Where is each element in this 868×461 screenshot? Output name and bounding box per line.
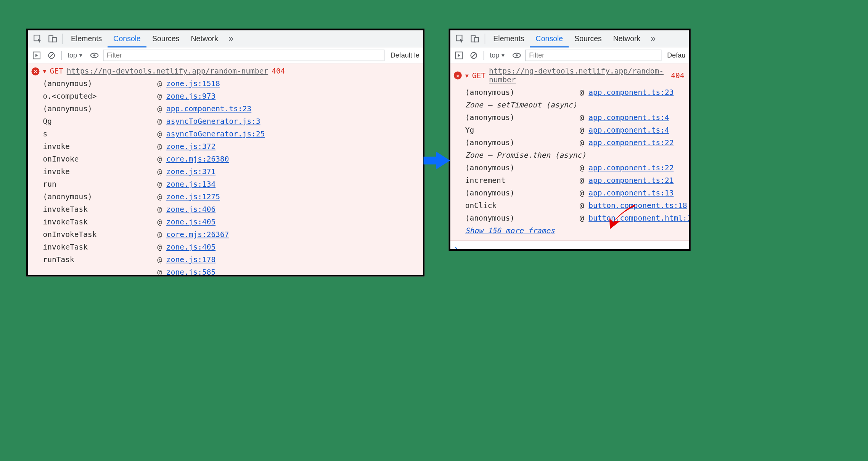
clear-console-icon[interactable] — [45, 49, 58, 61]
frame-function: invokeTask — [43, 241, 158, 254]
sidebar-toggle-icon[interactable] — [453, 49, 465, 61]
source-link[interactable]: zone.js:406 — [166, 205, 215, 213]
frame-function: (anonymous) — [465, 86, 580, 99]
source-link[interactable]: app.component.ts:22 — [588, 163, 674, 172]
source-link[interactable]: app.component.ts:13 — [588, 189, 674, 197]
tab-elements[interactable]: Elements — [487, 30, 530, 47]
red-arrow-annotation — [608, 204, 636, 230]
frame-location: @ app.component.ts:22 — [580, 162, 685, 174]
source-link[interactable]: app.component.ts:23 — [166, 104, 251, 113]
source-link[interactable]: core.mjs:26367 — [166, 230, 229, 239]
error-message-row: ✕ ▼ GET https://ng-devtools.netlify.app/… — [450, 66, 689, 86]
svg-rect-2 — [52, 37, 56, 42]
source-link[interactable]: button.component.ts:18 — [588, 201, 687, 210]
frame-function: Qg — [43, 115, 158, 128]
svg-point-7 — [93, 54, 95, 56]
filter-input[interactable] — [103, 50, 384, 61]
async-boundary-label: Zone — Promise.then (async) — [465, 149, 685, 162]
error-icon: ✕ — [32, 67, 40, 75]
show-more-frames-link[interactable]: Show 156 more frames — [465, 224, 685, 237]
source-link[interactable]: zone.js:1275 — [166, 192, 220, 201]
inspect-icon[interactable] — [31, 31, 45, 46]
tab-bar: Elements Console Sources Network » — [28, 30, 423, 47]
source-link[interactable]: app.component.ts:4 — [588, 126, 669, 134]
source-link[interactable]: zone.js:585 — [166, 268, 215, 276]
frame-location: @ zone.js:178 — [158, 254, 418, 266]
context-selector[interactable]: top ▼ — [487, 51, 508, 59]
source-link[interactable]: app.component.ts:22 — [588, 138, 674, 147]
source-link[interactable]: app.component.ts:23 — [588, 88, 674, 96]
live-expression-icon[interactable] — [510, 49, 523, 61]
frame-function: (anonymous) — [43, 78, 158, 90]
clear-console-icon[interactable] — [468, 49, 480, 61]
chevron-down-icon: ▼ — [500, 52, 505, 58]
console-prompt[interactable]: › — [450, 240, 689, 251]
frame-location: @ zone.js:973 — [158, 90, 418, 103]
frame-function: (anonymous) — [43, 191, 158, 203]
tab-sources[interactable]: Sources — [146, 30, 185, 47]
request-url[interactable]: https://ng-devtools.netlify.app/random-n… — [67, 67, 268, 75]
more-tabs-icon[interactable]: » — [646, 34, 660, 44]
source-link[interactable]: zone.js:371 — [166, 167, 215, 176]
http-status: 404 — [272, 67, 285, 75]
stack-frame: increment@ app.component.ts:21 — [465, 174, 685, 187]
stack-frame: o.<computed>@ zone.js:973 — [43, 90, 418, 103]
devtools-panel-after: Elements Console Sources Network » top ▼… — [448, 29, 691, 251]
source-link[interactable]: asyncToGenerator.js:25 — [166, 130, 265, 138]
frame-function: (anonymous) — [43, 103, 158, 115]
frame-location: @ core.mjs:26380 — [158, 153, 418, 166]
stack-frame: invokeTask@ zone.js:405 — [43, 216, 418, 229]
source-link[interactable]: zone.js:405 — [166, 218, 215, 226]
filter-input[interactable] — [525, 50, 662, 61]
device-toggle-icon[interactable] — [45, 31, 60, 46]
frame-function: (anonymous) — [465, 136, 580, 149]
prompt-chevron-icon: › — [455, 244, 458, 251]
stack-frame: (anonymous)@ app.component.ts:22 — [465, 162, 685, 174]
frame-location: @ zone.js:372 — [158, 141, 418, 153]
log-level-selector[interactable]: Default le — [387, 51, 423, 59]
console-toolbar: top ▼ Defau — [450, 47, 689, 63]
stack-frame: invoke@ zone.js:371 — [43, 166, 418, 178]
svg-line-5 — [49, 53, 53, 57]
console-output: ✕ ▼ GET https://ng-devtools.netlify.app/… — [450, 63, 689, 240]
live-expression-icon[interactable] — [88, 49, 100, 61]
sidebar-toggle-icon[interactable] — [31, 49, 43, 61]
http-method: GET — [50, 67, 63, 75]
more-tabs-icon[interactable]: » — [224, 34, 238, 44]
source-link[interactable]: app.component.ts:4 — [588, 113, 669, 122]
inspect-icon[interactable] — [453, 31, 468, 46]
frame-location: @ zone.js:405 — [158, 241, 418, 254]
disclosure-triangle-icon[interactable]: ▼ — [465, 72, 469, 78]
stack-frame: (anonymous)@ zone.js:1275 — [43, 191, 418, 203]
source-link[interactable]: zone.js:134 — [166, 180, 215, 188]
tab-console[interactable]: Console — [530, 30, 569, 47]
svg-line-13 — [472, 53, 476, 57]
stack-frame: s@ asyncToGenerator.js:25 — [43, 128, 418, 141]
context-selector[interactable]: top ▼ — [65, 51, 85, 59]
disclosure-triangle-icon[interactable]: ▼ — [43, 68, 47, 74]
separator — [484, 51, 484, 60]
source-link[interactable]: core.mjs:26380 — [166, 155, 229, 163]
stack-frame: onInvoke@ core.mjs:26380 — [43, 153, 418, 166]
log-level-selector[interactable]: Defau — [664, 51, 689, 59]
tab-network[interactable]: Network — [185, 30, 224, 47]
source-link[interactable]: asyncToGenerator.js:3 — [166, 117, 260, 125]
stack-frame: (anonymous)@ app.component.ts:23 — [43, 103, 418, 115]
tab-sources[interactable]: Sources — [569, 30, 608, 47]
source-link[interactable]: button.component.html:1 — [588, 214, 689, 222]
source-link[interactable]: zone.js:405 — [166, 243, 215, 251]
source-link[interactable]: app.component.ts:21 — [588, 176, 674, 184]
chevron-down-icon: ▼ — [78, 52, 83, 58]
source-link[interactable]: zone.js:973 — [166, 92, 215, 100]
stack-frame: runTask@ zone.js:178 — [43, 254, 418, 266]
source-link[interactable]: zone.js:372 — [166, 142, 215, 150]
tab-console[interactable]: Console — [108, 30, 146, 47]
tab-network[interactable]: Network — [608, 30, 646, 47]
source-link[interactable]: zone.js:1518 — [166, 79, 220, 88]
device-toggle-icon[interactable] — [468, 31, 482, 46]
request-url[interactable]: https://ng-devtools.netlify.app/random-n… — [489, 67, 667, 84]
frame-function: invoke — [43, 141, 158, 153]
tab-elements[interactable]: Elements — [65, 30, 108, 47]
stack-frame: invokeTask@ zone.js:405 — [43, 241, 418, 254]
source-link[interactable]: zone.js:178 — [166, 255, 215, 264]
